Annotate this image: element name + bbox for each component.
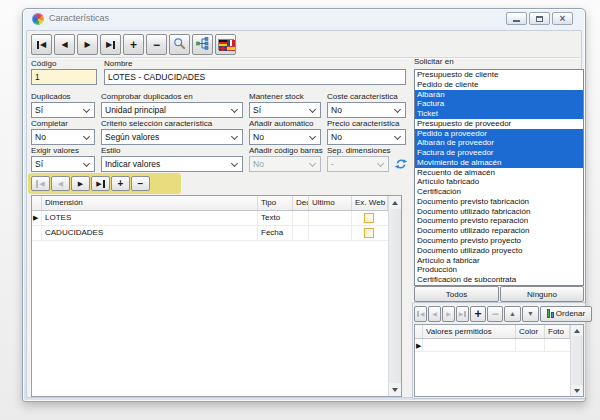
valores-scrollbar[interactable] xyxy=(570,325,583,396)
comprobar-duplicados-en-value: Unidad principal xyxy=(102,103,242,117)
solicitar-item[interactable]: Documento previsto reparación xyxy=(415,216,583,226)
solicitar-item[interactable]: Certificación xyxy=(415,187,583,197)
table-row[interactable]: CADUCIDADESFecha xyxy=(32,226,388,241)
prior-record-icon: ◀ xyxy=(58,180,63,188)
mantener-stock-select[interactable]: Sí xyxy=(249,102,321,118)
field-anadir-automatico: Añadir automáticoNo xyxy=(249,119,321,146)
todos-button[interactable]: Todos xyxy=(414,286,499,302)
solicitar-item[interactable]: Recuento de almacén xyxy=(415,168,583,178)
cell-ultimo[interactable] xyxy=(309,226,352,240)
solicitar-item[interactable]: Factura de proveedor xyxy=(415,148,583,158)
scroll-track[interactable] xyxy=(389,209,401,383)
solicitar-item[interactable]: Documento utilizado proyecto xyxy=(415,246,583,256)
scroll-up-button[interactable] xyxy=(571,325,583,336)
table-row[interactable]: ▶ xyxy=(415,339,570,352)
cell-valor[interactable] xyxy=(423,339,516,351)
cell-dec[interactable] xyxy=(293,226,309,240)
solicitar-item[interactable]: Certificación de subcontrata xyxy=(415,275,583,285)
scroll-down-button[interactable] xyxy=(571,385,583,396)
anadir-codigo-barras-select[interactable]: No xyxy=(249,156,321,172)
precio-caracteristica-select[interactable]: No xyxy=(327,129,406,145)
minimize-button[interactable] xyxy=(506,12,527,25)
column-header-ex-web: Ex. Web xyxy=(352,196,388,210)
solicitar-item[interactable]: Documento utilizado fabricación xyxy=(415,207,583,217)
dim-first-button[interactable]: ◀ xyxy=(31,176,50,191)
scroll-down-button[interactable] xyxy=(389,383,401,396)
val-insert-button[interactable]: + xyxy=(470,306,486,322)
title-bar[interactable]: Características × xyxy=(23,9,585,29)
tree-view-button[interactable] xyxy=(192,34,213,55)
delete-record-button[interactable]: − xyxy=(146,34,167,55)
cell-ex-web[interactable] xyxy=(352,226,388,240)
ninguno-button[interactable]: Ninguno xyxy=(500,286,584,302)
cell-tipo[interactable]: Texto xyxy=(258,211,293,225)
solicitar-item[interactable]: Factura xyxy=(415,99,583,109)
val-prior-button[interactable]: ◀ xyxy=(428,306,441,322)
solicitar-item[interactable]: Pedido a proveedor xyxy=(415,129,583,139)
solicitar-item[interactable]: Albarán de proveedor xyxy=(415,138,583,148)
cell-foto[interactable] xyxy=(545,339,570,351)
dim-delete-button[interactable]: − xyxy=(131,176,150,191)
duplicados-select[interactable]: Sí xyxy=(31,102,95,118)
solicitar-item[interactable]: Artículo fabricado xyxy=(415,177,583,187)
exigir-valores-select[interactable]: Sí xyxy=(31,156,95,172)
search-button[interactable] xyxy=(169,34,190,55)
cell-dimension[interactable]: LOTES xyxy=(42,211,258,225)
table-row[interactable]: ▶LOTESTexto xyxy=(32,211,388,226)
sep-dimensiones-select[interactable]: - xyxy=(327,156,389,172)
anadir-automatico-select[interactable]: No xyxy=(249,129,321,145)
val-next-button[interactable]: ▶ xyxy=(442,306,455,322)
cell-ultimo[interactable] xyxy=(309,211,352,225)
solicitar-item[interactable]: Artículo a fabricar xyxy=(415,256,583,266)
scroll-up-button[interactable] xyxy=(389,196,401,209)
val-last-button[interactable]: ▶ xyxy=(456,306,469,322)
close-button[interactable]: × xyxy=(552,12,573,25)
solicitar-item[interactable]: Albarán xyxy=(415,90,583,100)
window-controls: × xyxy=(506,12,573,25)
dim-next-button[interactable]: ▶ xyxy=(71,176,90,191)
move-up-button[interactable]: ▲ xyxy=(504,306,521,322)
next-record-button[interactable]: ▶ xyxy=(77,34,98,55)
last-record-button[interactable]: ▶ xyxy=(100,34,121,55)
header-indicator-cell xyxy=(32,196,42,210)
move-down-button[interactable]: ▼ xyxy=(522,306,539,322)
ordenar-button[interactable]: Ordenar xyxy=(540,306,592,322)
dim-last-button[interactable]: ▶ xyxy=(91,176,110,191)
maximize-button[interactable] xyxy=(529,12,550,25)
cell-color[interactable] xyxy=(516,339,545,351)
dim-prior-button[interactable]: ◀ xyxy=(51,176,70,191)
completar-select[interactable]: No xyxy=(31,129,95,145)
refresh-icon[interactable] xyxy=(394,157,409,172)
solicitar-item[interactable]: Documento previsto fabricación xyxy=(415,197,583,207)
criterio-seleccion-caracteristica-select[interactable]: Según valores xyxy=(101,129,243,145)
cell-dimension[interactable]: CADUCIDADES xyxy=(42,226,258,240)
up-arrow-icon: ▲ xyxy=(509,310,516,317)
languages-button[interactable] xyxy=(215,34,236,55)
solicitar-item[interactable]: Pedido de cliente xyxy=(415,80,583,90)
ex-web-checkbox[interactable] xyxy=(364,213,374,223)
nombre-input[interactable] xyxy=(104,69,406,85)
solicitar-item[interactable]: Documento previsto proyecto xyxy=(415,236,583,246)
solicitar-item[interactable]: Presupuesto de proveedor xyxy=(415,119,583,129)
cell-ex-web[interactable] xyxy=(352,211,388,225)
val-delete-button[interactable]: − xyxy=(487,306,503,322)
dim-insert-button[interactable]: + xyxy=(111,176,130,191)
coste-caracteristica-select[interactable]: No xyxy=(327,102,406,118)
val-first-button[interactable]: ◀ xyxy=(414,306,427,322)
solicitar-item[interactable]: Movimiento de almacén xyxy=(415,158,583,168)
insert-record-button[interactable]: + xyxy=(123,34,144,55)
solicitar-item[interactable]: Documento utilizado reparación xyxy=(415,226,583,236)
solicitar-item[interactable]: Ticket xyxy=(415,109,583,119)
cell-tipo[interactable]: Fecha xyxy=(258,226,293,240)
ex-web-checkbox[interactable] xyxy=(364,228,374,238)
first-record-button[interactable]: ◀ xyxy=(31,34,52,55)
comprobar-duplicados-en-select[interactable]: Unidad principal xyxy=(101,102,243,118)
prior-record-button[interactable]: ◀ xyxy=(54,34,75,55)
estilo-select[interactable]: Indicar valores xyxy=(101,156,243,172)
solicitar-item[interactable]: Presupuesto de cliente xyxy=(415,70,583,80)
dimensions-scrollbar[interactable] xyxy=(388,196,401,396)
scroll-track[interactable] xyxy=(571,336,583,385)
cell-dec[interactable] xyxy=(293,211,309,225)
codigo-input[interactable] xyxy=(31,69,97,85)
solicitar-item[interactable]: Producción xyxy=(415,265,583,275)
